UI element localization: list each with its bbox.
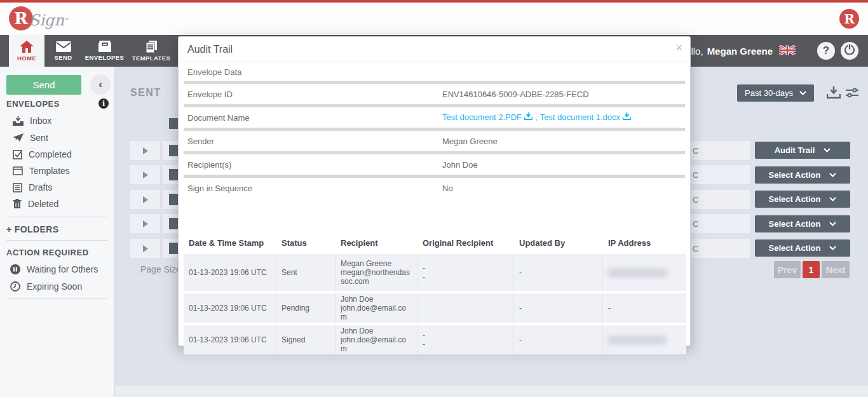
row-expander-button[interactable] [130,141,160,160]
field-label: Sender [187,137,214,146]
pagination-prev-button[interactable]: Prev [774,261,801,278]
sidebar-item-expiring-soon[interactable]: Expiring Soon [10,281,82,292]
tab-templates-label: TEMPLATES [132,55,170,62]
filter-sliders-icon[interactable] [845,86,859,102]
power-icon [844,44,855,57]
rsign-logo[interactable]: R Sign ™ [9,6,69,30]
logout-button[interactable] [841,42,858,60]
page-size-label: Page Size: [140,264,184,274]
cell-status: Pending [276,293,336,323]
modal-title: Audit Trail [187,44,233,55]
field-sign-in-sequence: Sign in Sequence No [179,178,690,198]
pagination-page-1-button[interactable]: 1 [803,261,820,278]
table-row: 01-13-2023 19:06 UTC Signed John Doe joh… [184,325,686,354]
audit-trail-table: Date & Time Stamp Status Recipient Origi… [184,238,686,360]
help-button[interactable]: ? [817,42,835,60]
sidebar-item-sent[interactable]: Sent [13,133,48,143]
sidebar-collapse-button[interactable]: ‹ [90,74,111,95]
send-button[interactable]: Send [6,75,81,95]
chevron-down-icon [829,246,836,250]
row-action-dropdown-audit-trail[interactable]: Audit Trail [755,142,850,159]
chevron-down-icon [829,197,836,201]
page-title: SENT [130,87,161,98]
sidebar-item-folders[interactable]: + FOLDERS [6,224,59,234]
col-header: Original Recipient [417,238,514,248]
col-header: Date & Time Stamp [184,238,276,248]
sidebar-item-inbox[interactable]: Inbox [13,116,51,126]
sidebar-item-label: Expiring Soon [27,281,82,292]
draft-note-icon [13,183,22,192]
home-icon [20,41,34,53]
sidebar-item-label: Templates [29,166,70,176]
document-links: Test document 2.PDF , Test document 1.do… [442,112,631,122]
cell-status: Sent [276,254,336,291]
row-action-dropdown[interactable]: Select Action [755,166,850,184]
table-header-row: Date & Time Stamp Status Recipient Origi… [184,238,686,254]
tab-send[interactable]: SEND [46,35,81,67]
info-icon[interactable]: i [98,98,109,109]
row-expander-button[interactable] [130,239,160,258]
pagination-next-button[interactable]: Next [822,261,850,278]
chevron-down-icon [799,91,806,95]
document-link-1[interactable]: Test document 2.PDF [442,112,522,122]
cell-original-recipient: - - [417,325,514,354]
chevron-left-icon: ‹ [98,78,102,91]
chevron-down-icon [829,222,836,226]
close-icon[interactable]: × [675,42,682,53]
date-range-value: Past 30-days [745,88,793,98]
download-icon[interactable] [623,112,631,122]
inbox-icon [13,116,24,126]
user-greeting: Hello, Megan Greene [679,35,796,67]
table-row: 01-13-2023 19:06 UTC Pending John Doe jo… [184,293,686,323]
cell-original-recipient: - - [417,254,514,291]
sidebar-item-deleted[interactable]: Deleted [13,199,58,209]
sidebar-item-label: Waiting for Others [27,264,98,274]
tab-envelopes[interactable]: ENVELOPES [81,35,128,67]
recipient-name: John Doe [341,295,412,304]
row-action-dropdown[interactable]: Select Action [755,239,850,257]
value-line: - [423,273,508,281]
value-line: - [423,331,508,340]
sidebar-divider [6,217,108,217]
sidebar-item-templates[interactable]: Templates [13,166,70,176]
col-header: Status [276,238,336,248]
grid-row-fragment: C [691,214,750,233]
row-action-dropdown[interactable]: Select Action [755,191,850,208]
row-expander-button[interactable] [130,165,160,184]
send-envelope-icon [56,41,71,52]
sidebar-item-waiting-for-others[interactable]: Waiting for Others [10,264,98,274]
sidebar-item-label: Deleted [28,199,58,209]
tab-home[interactable]: HOME [9,35,44,67]
field-label: Sign in Sequence [187,184,252,193]
download-icon[interactable] [524,112,532,122]
footer-strip [115,386,868,397]
sidebar-divider [6,298,108,299]
field-label: Document Name [187,113,250,123]
envelopes-section-header: ENVELOPES [6,99,60,109]
field-envelope-id: Envelope ID ENV14610646-5009-ADBE-2285-F… [179,84,690,104]
recipient-name: John Doe [341,326,412,335]
cell-datetime: 01-13-2023 19:06 UTC [184,254,276,291]
language-flag-icon[interactable] [779,45,796,57]
tab-send-label: SEND [55,54,72,61]
row-expander-button[interactable] [130,190,160,209]
table-row: 01-13-2023 19:06 UTC Sent Megan Greene m… [184,254,686,291]
rpost-logo-icon[interactable]: R [839,9,859,29]
rsign-logo-script: Sign [29,11,64,29]
sidebar-item-completed[interactable]: Completed [13,149,72,159]
date-range-dropdown[interactable]: Past 30-days [737,84,814,102]
row-action-dropdown[interactable]: Select Action [755,215,850,232]
help-icon: ? [823,44,829,57]
action-required-header: ACTION REQUIRED [6,248,89,257]
document-link-2[interactable]: Test document 1.docx [540,112,620,122]
download-icon[interactable] [827,86,841,102]
chevron-down-icon [829,173,836,177]
grid-row-fragment: C [691,239,750,258]
sidebar-item-drafts[interactable]: Drafts [13,182,52,192]
tab-templates[interactable]: TEMPLATES [128,35,174,67]
trash-icon [13,199,22,209]
field-label: Recipient(s) [187,160,231,170]
row-expander-button[interactable] [130,214,160,233]
cell-updated-by: - [514,325,603,354]
tab-home-label: HOME [17,55,36,62]
